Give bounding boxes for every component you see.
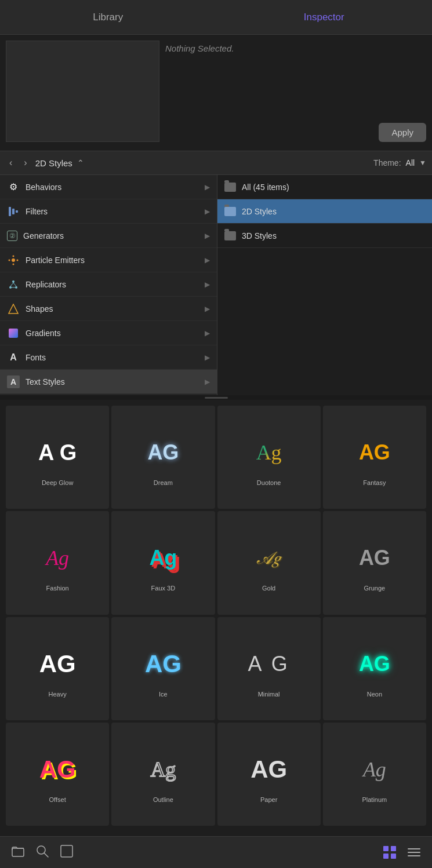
style-name-offset: Offset [49, 796, 66, 803]
sidebar-label-behaviors: Behaviors [26, 183, 205, 192]
all-folder-icon [224, 183, 236, 192]
style-name-neon: Neon [367, 691, 382, 698]
nav-title: 2D Styles [35, 158, 72, 168]
style-item-ice[interactable]: AGIce [111, 617, 215, 720]
style-item-fantasy[interactable]: AGFantasy [323, 406, 426, 509]
2d-styles-folder-icon [224, 207, 236, 216]
style-preview-outline: Ag [115, 746, 211, 793]
gradients-icon [7, 327, 20, 340]
style-item-gold[interactable]: 𝒜𝑔Gold [217, 511, 321, 614]
style-item-deep-glow[interactable]: A GDeep Glow [6, 406, 109, 509]
nav-title-chevron-icon[interactable]: ⌃ [77, 158, 84, 167]
right-item-2d-styles[interactable]: 2D Styles [217, 199, 432, 224]
style-item-neon[interactable]: AGNeon [323, 617, 426, 720]
tab-library[interactable]: Library [0, 0, 216, 34]
sidebar-label-shapes: Shapes [26, 304, 205, 313]
sidebar-item-shapes[interactable]: Shapes ▶ [0, 297, 217, 321]
apply-button[interactable]: Apply [379, 123, 426, 142]
style-name-fantasy: Fantasy [363, 479, 386, 486]
open-folder-icon[interactable] [12, 845, 24, 860]
style-preview-duotone: Ag [221, 429, 317, 476]
style-preview-minimal: A G [221, 641, 317, 687]
sidebar-item-shape-styles[interactable]: Shape Styles ▶ [0, 394, 217, 395]
hamburger-menu-icon[interactable] [408, 848, 420, 856]
sidebar-item-text-styles[interactable]: A Text Styles ▶ [0, 370, 217, 394]
style-text-gold: 𝒜𝑔 [257, 548, 281, 568]
sidebar-label-filters: Filters [26, 207, 205, 216]
preview-toggle-icon[interactable] [60, 845, 73, 860]
svg-point-9 [9, 286, 12, 289]
text-styles-chevron-icon: ▶ [205, 378, 210, 386]
svg-point-3 [12, 258, 15, 262]
style-name-duotone: Duotone [257, 479, 281, 486]
style-text-outline: Ag [150, 757, 176, 782]
style-preview-faux-3d: Ag [115, 535, 211, 581]
particle-emitters-chevron-icon: ▶ [205, 256, 210, 264]
style-item-paper[interactable]: AGPaper [217, 723, 321, 826]
theme-dropdown-icon[interactable]: ▼ [419, 159, 426, 167]
sidebar-item-particle-emitters[interactable]: Particle Emitters ▶ [0, 248, 217, 272]
replicators-chevron-icon: ▶ [205, 280, 210, 289]
grid-dot-2 [391, 846, 396, 851]
style-item-grunge[interactable]: AGGrunge [323, 511, 426, 614]
style-name-faux-3d: Faux 3D [151, 585, 176, 592]
nav-next-button[interactable]: › [20, 155, 30, 170]
nav-bar: ‹ › 2D Styles ⌃ Theme: All ▼ [0, 151, 432, 175]
style-text-duotone: Ag [256, 440, 282, 465]
style-item-platinum[interactable]: AgPlatinum [323, 723, 426, 826]
right-item-3d-styles[interactable]: 3D Styles [217, 224, 432, 248]
grid-dot-4 [391, 854, 396, 859]
style-item-fashion[interactable]: AgFashion [6, 511, 109, 614]
style-preview-platinum: Ag [326, 746, 423, 793]
svg-point-5 [17, 259, 19, 261]
particle-emitters-icon [7, 254, 20, 267]
sidebar-item-replicators[interactable]: Replicators ▶ [0, 272, 217, 297]
tab-inspector[interactable]: Inspector [216, 0, 433, 34]
svg-point-4 [13, 255, 14, 257]
style-item-duotone[interactable]: AgDuotone [217, 406, 321, 509]
style-item-minimal[interactable]: A GMinimal [217, 617, 321, 720]
svg-line-11 [10, 283, 13, 286]
shapes-icon [7, 302, 20, 315]
nothing-selected-label: Nothing Selected. [165, 43, 426, 53]
svg-point-7 [9, 259, 10, 261]
style-text-grunge: AG [359, 546, 390, 570]
sidebar-item-fonts[interactable]: A Fonts ▶ [0, 345, 217, 370]
text-styles-icon: A [7, 375, 20, 388]
behaviors-chevron-icon: ▶ [205, 183, 210, 191]
sidebar-item-behaviors[interactable]: ⚙ Behaviors ▶ [0, 175, 217, 199]
header-tabs: Library Inspector [0, 0, 432, 35]
hamburger-line-1 [408, 848, 420, 849]
sidebar-item-filters[interactable]: Filters ▶ [0, 199, 217, 224]
sidebar-label-text-styles: Text Styles [26, 377, 205, 386]
svg-point-10 [15, 286, 17, 289]
search-icon[interactable] [36, 845, 49, 860]
svg-line-19 [44, 853, 48, 857]
style-text-fashion: Ag [46, 546, 69, 570]
style-preview-paper: AG [221, 746, 317, 793]
grid-view-icon[interactable] [383, 846, 396, 859]
right-item-all[interactable]: All (45 items) [217, 175, 432, 199]
style-item-offset[interactable]: AGOffset [6, 723, 109, 826]
style-item-faux-3d[interactable]: AgFaux 3D [111, 511, 215, 614]
style-item-outline[interactable]: AgOutline [111, 723, 215, 826]
svg-rect-15 [9, 329, 18, 338]
style-name-platinum: Platinum [362, 796, 387, 803]
style-grid-area: A GDeep GlowAGDreamAgDuotoneAGFantasyAgF… [0, 400, 432, 852]
style-name-dream: Dream [154, 479, 173, 486]
nav-prev-button[interactable]: ‹ [6, 155, 16, 170]
shapes-chevron-icon: ▶ [205, 305, 210, 313]
svg-rect-0 [9, 207, 11, 216]
sidebar-item-generators[interactable]: ② Generators ▶ [0, 224, 217, 248]
style-text-paper: AG [251, 756, 287, 783]
svg-rect-2 [16, 210, 18, 213]
divider-handle[interactable] [205, 397, 228, 399]
svg-line-12 [13, 283, 16, 286]
style-preview-fashion: Ag [9, 535, 106, 581]
style-preview-heavy: AG [9, 641, 106, 687]
style-name-ice: Ice [159, 691, 168, 698]
sidebar-item-gradients[interactable]: Gradients ▶ [0, 321, 217, 345]
svg-rect-20 [61, 845, 72, 857]
style-item-heavy[interactable]: AGHeavy [6, 617, 109, 720]
style-item-dream[interactable]: AGDream [111, 406, 215, 509]
